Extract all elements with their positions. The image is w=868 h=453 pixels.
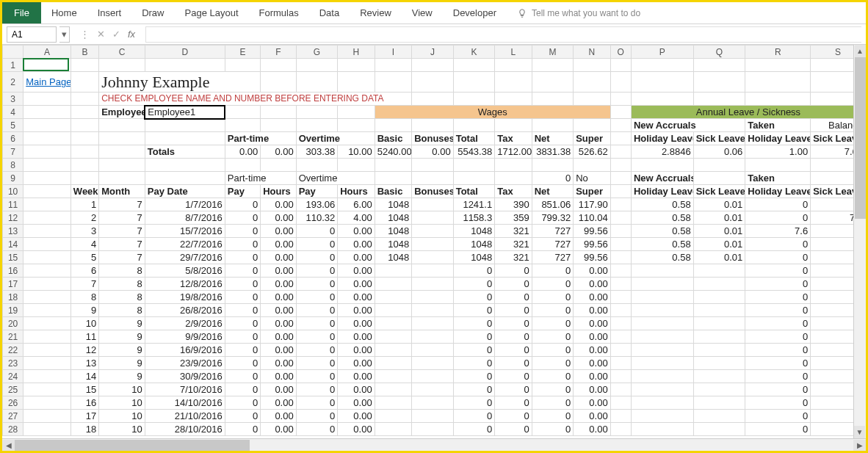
cell[interactable]: [23, 251, 71, 264]
data-week[interactable]: 14: [70, 370, 98, 383]
data-holiday-taken[interactable]: 0: [745, 278, 811, 291]
data-sick-acc[interactable]: [693, 410, 745, 423]
row-header-20[interactable]: 20: [3, 317, 23, 330]
cell[interactable]: [375, 172, 411, 185]
cell[interactable]: [70, 172, 98, 185]
cell[interactable]: [610, 251, 631, 264]
data-net[interactable]: 0: [532, 410, 574, 423]
data-othours[interactable]: 0.00: [338, 410, 375, 423]
data-month[interactable]: 9: [99, 357, 145, 370]
data-bonuses[interactable]: [412, 251, 454, 264]
data-tax[interactable]: 0: [495, 291, 532, 304]
data-otpay[interactable]: 0: [296, 291, 338, 304]
totals-pt-pay[interactable]: 0.00: [225, 145, 260, 159]
data-otpay[interactable]: 0: [296, 251, 338, 264]
data-week[interactable]: 5: [70, 251, 98, 264]
cell[interactable]: [23, 119, 71, 132]
data-pthours[interactable]: 0.00: [261, 304, 296, 317]
data-week[interactable]: 9: [70, 304, 98, 317]
data-holiday-acc[interactable]: 0.58: [631, 238, 693, 251]
data-ptpay[interactable]: 0: [225, 251, 260, 264]
data-sick-acc[interactable]: [693, 304, 745, 317]
cell[interactable]: [338, 59, 375, 72]
cell[interactable]: [745, 59, 811, 72]
cell[interactable]: [145, 172, 225, 185]
col-header-C[interactable]: C: [99, 46, 145, 59]
row-header-19[interactable]: 19: [3, 304, 23, 317]
cell[interactable]: [261, 59, 296, 72]
totals-label[interactable]: Totals: [145, 145, 225, 159]
data-paydate[interactable]: 7/10/2016: [145, 383, 225, 396]
data-week[interactable]: 2: [70, 211, 98, 225]
data-week[interactable]: 8: [70, 291, 98, 304]
data-total[interactable]: 0: [453, 291, 495, 304]
cell[interactable]: [225, 106, 260, 119]
data-week[interactable]: 12: [70, 344, 98, 357]
cell[interactable]: [23, 396, 71, 410]
cell[interactable]: [70, 119, 98, 132]
cell[interactable]: [532, 119, 574, 132]
cell[interactable]: [610, 145, 631, 159]
ribbon-tab-review[interactable]: Review: [350, 2, 402, 23]
data-super[interactable]: 99.56: [574, 251, 610, 264]
file-tab[interactable]: File: [2, 2, 41, 23]
formula-input[interactable]: [145, 26, 861, 43]
row-header-14[interactable]: 14: [3, 238, 23, 251]
row-header-1[interactable]: 1: [3, 59, 23, 72]
total-header[interactable]: Total: [453, 132, 495, 145]
data-paydate[interactable]: 14/10/2016: [145, 396, 225, 410]
cell[interactable]: [296, 106, 338, 119]
data-super[interactable]: 110.04: [574, 211, 610, 225]
col-header-I[interactable]: I: [375, 46, 411, 59]
cell[interactable]: [693, 59, 745, 72]
data-otpay[interactable]: 0: [296, 423, 338, 436]
cell[interactable]: [296, 119, 338, 132]
data-net[interactable]: 0: [532, 344, 574, 357]
cell[interactable]: [145, 159, 225, 172]
data-total[interactable]: 0: [453, 396, 495, 410]
data-total[interactable]: 1048: [453, 225, 495, 238]
data-othours[interactable]: 0.00: [338, 344, 375, 357]
data-holiday-taken[interactable]: 0: [745, 344, 811, 357]
data-total[interactable]: 0: [453, 330, 495, 344]
cell[interactable]: [23, 317, 71, 330]
super-col[interactable]: Super: [574, 185, 610, 198]
data-bonuses[interactable]: [412, 396, 454, 410]
cell[interactable]: [412, 93, 454, 106]
bonuses-col[interactable]: Bonuses: [412, 185, 454, 198]
data-holiday-acc[interactable]: [631, 396, 693, 410]
data-paydate[interactable]: 26/8/2016: [145, 304, 225, 317]
cell[interactable]: [23, 291, 71, 304]
cell[interactable]: [23, 410, 71, 423]
data-ptpay[interactable]: 0: [225, 198, 260, 211]
data-othours[interactable]: 6.00: [338, 198, 375, 211]
data-otpay[interactable]: 0: [296, 330, 338, 344]
data-pthours[interactable]: 0.00: [261, 396, 296, 410]
col-header-D[interactable]: D: [145, 46, 225, 59]
data-pthours[interactable]: 0.00: [261, 423, 296, 436]
cell[interactable]: [375, 72, 411, 93]
ribbon-tab-draw[interactable]: Draw: [131, 2, 174, 23]
data-basic[interactable]: [375, 423, 411, 436]
data-ptpay[interactable]: 0: [225, 225, 260, 238]
data-sick-acc[interactable]: [693, 317, 745, 330]
data-paydate[interactable]: 5/8/2016: [145, 264, 225, 278]
week-col[interactable]: Week: [70, 185, 98, 198]
data-total[interactable]: 1241.1: [453, 198, 495, 211]
cell[interactable]: [495, 72, 532, 93]
data-holiday-acc[interactable]: [631, 317, 693, 330]
data-month[interactable]: 7: [99, 225, 145, 238]
row-header-22[interactable]: 22: [3, 344, 23, 357]
cell[interactable]: [412, 172, 454, 185]
cell[interactable]: [338, 159, 375, 172]
total-col[interactable]: Total: [453, 185, 495, 198]
data-week[interactable]: 3: [70, 225, 98, 238]
data-super[interactable]: 117.90: [574, 198, 610, 211]
data-total[interactable]: 0: [453, 423, 495, 436]
cell[interactable]: [412, 119, 454, 132]
data-paydate[interactable]: 30/9/2016: [145, 370, 225, 383]
data-holiday-acc[interactable]: [631, 278, 693, 291]
net-header[interactable]: Net: [532, 132, 574, 145]
data-sick-acc[interactable]: [693, 383, 745, 396]
row-header-23[interactable]: 23: [3, 357, 23, 370]
